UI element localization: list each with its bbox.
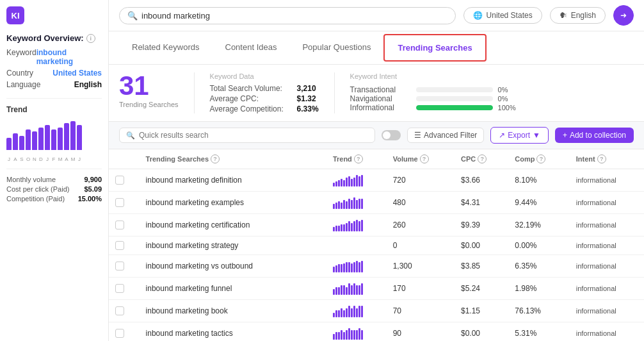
search-input[interactable] bbox=[141, 11, 447, 21]
mini-chart-bar bbox=[356, 175, 358, 187]
th-info-icon[interactable]: ? bbox=[478, 154, 487, 163]
mini-chart-bar bbox=[358, 328, 360, 340]
mini-chart-bar bbox=[343, 263, 345, 272]
mini-chart-bar bbox=[348, 262, 350, 272]
mini-chart-bar bbox=[343, 332, 345, 340]
row-keyword[interactable]: inbound marketing book bbox=[140, 300, 326, 322]
row-checkbox[interactable] bbox=[115, 220, 124, 229]
sidebar-info-icon[interactable]: i bbox=[86, 34, 95, 43]
mini-chart-bar bbox=[335, 203, 337, 209]
mini-chart-bar bbox=[356, 330, 358, 340]
tab-popular[interactable]: Popular Questions bbox=[289, 35, 383, 61]
big-number: 31 bbox=[119, 72, 179, 99]
row-keyword[interactable]: inbound marketing strategy bbox=[140, 237, 326, 255]
th-intent[interactable]: Intent? bbox=[570, 149, 644, 169]
row-keyword[interactable]: inbound marketing vs outbound bbox=[140, 255, 326, 278]
intent-bar-bg bbox=[416, 96, 493, 101]
language-value: English bbox=[74, 80, 102, 89]
mini-chart-bar bbox=[343, 224, 345, 231]
th-kw[interactable]: Trending Searches? bbox=[140, 149, 326, 169]
results-table: Trending Searches?Trend?Volume?CPC?Comp?… bbox=[109, 149, 644, 341]
chart-bar bbox=[6, 138, 12, 150]
row-cpc: $3.85 bbox=[455, 255, 508, 278]
export-btn[interactable]: ↗ Export ▼ bbox=[490, 127, 549, 144]
row-keyword[interactable]: inbound marketing tactics bbox=[140, 322, 326, 342]
mini-chart-bar bbox=[348, 328, 350, 340]
th-volume[interactable]: Volume? bbox=[387, 149, 455, 169]
chart-month-label: M bbox=[58, 156, 63, 162]
row-checkbox[interactable] bbox=[115, 262, 124, 270]
mini-chart-bar bbox=[333, 334, 335, 340]
mini-chart-bar bbox=[346, 330, 348, 340]
search-submit-btn[interactable]: ➜ bbox=[613, 5, 634, 26]
row-checkbox[interactable] bbox=[115, 284, 124, 293]
mini-chart-bar bbox=[333, 204, 335, 209]
th-cpc[interactable]: CPC? bbox=[455, 149, 508, 169]
row-trend bbox=[326, 237, 387, 255]
th-comp[interactable]: Comp? bbox=[508, 149, 569, 169]
competition-row: Competition (Paid) 15.00% bbox=[6, 195, 102, 203]
tab-related[interactable]: Related Keywords bbox=[119, 35, 213, 61]
intent-label: Navigational bbox=[350, 94, 411, 103]
row-keyword[interactable]: inbound marketing definition bbox=[140, 169, 326, 192]
trend-title: Trend bbox=[6, 105, 102, 114]
table-row: inbound marketing tactics90$0.005.31%inf… bbox=[109, 322, 644, 342]
mini-chart-bar bbox=[346, 201, 348, 209]
tab-content[interactable]: Content Ideas bbox=[213, 35, 290, 61]
row-checkbox[interactable] bbox=[115, 198, 124, 207]
country-value: United States bbox=[52, 69, 102, 78]
row-keyword[interactable]: inbound marketing funnel bbox=[140, 278, 326, 300]
search-icon: 🔍 bbox=[127, 11, 138, 21]
th-cb bbox=[109, 149, 140, 169]
trend-chart bbox=[6, 118, 102, 150]
row-intent: informational bbox=[570, 300, 644, 322]
monthly-volume-row: Monthly volume 9,900 bbox=[6, 176, 102, 183]
mini-chart-bar bbox=[348, 221, 350, 231]
keyword-value: inbound marketing bbox=[36, 48, 102, 66]
row-intent: informational bbox=[570, 192, 644, 214]
th-info-icon[interactable]: ? bbox=[211, 154, 220, 163]
mini-chart-bar bbox=[353, 283, 355, 295]
row-checkbox[interactable] bbox=[115, 176, 124, 185]
row-checkbox[interactable] bbox=[115, 306, 124, 315]
chart-month-label: F bbox=[51, 156, 56, 162]
stats-row: 31 Trending Searches Keyword Data Total … bbox=[109, 65, 644, 122]
add-collection-btn[interactable]: + Add to collection bbox=[555, 128, 634, 143]
chart-month-label: D bbox=[38, 156, 44, 162]
row-keyword[interactable]: inbound marketing examples bbox=[140, 192, 326, 214]
search-box[interactable]: 🔍 bbox=[119, 7, 456, 24]
row-intent: informational bbox=[570, 278, 644, 300]
country-btn[interactable]: 🌐 United States bbox=[463, 7, 542, 24]
row-volume: 720 bbox=[387, 169, 455, 192]
th-info-icon[interactable]: ? bbox=[420, 154, 429, 163]
intent-pct: 100% bbox=[498, 104, 517, 112]
mini-chart-bar bbox=[341, 179, 342, 187]
tab-trending[interactable]: Trending Searches bbox=[383, 34, 486, 62]
intent-label: Transactional bbox=[350, 85, 411, 94]
th-info-icon[interactable]: ? bbox=[354, 154, 363, 163]
filter-search-input[interactable] bbox=[139, 131, 368, 140]
mini-chart-bar bbox=[338, 180, 340, 187]
row-comp: 0.00% bbox=[508, 237, 569, 255]
intent-bar-bg bbox=[416, 105, 493, 110]
th-info-icon[interactable]: ? bbox=[597, 154, 606, 163]
filter-search[interactable]: 🔍 bbox=[119, 128, 375, 143]
row-comp: 8.10% bbox=[508, 169, 569, 192]
avg-comp-row: Average Competition: 6.33% bbox=[210, 104, 319, 113]
advanced-filter-btn[interactable]: ☰ Advanced Filter bbox=[407, 128, 484, 143]
mini-chart-bar bbox=[341, 308, 342, 317]
th-trend[interactable]: Trend? bbox=[326, 149, 387, 169]
mini-chart-bar bbox=[353, 221, 355, 231]
row-keyword[interactable]: inbound marketing certification bbox=[140, 214, 326, 237]
row-comp: 6.35% bbox=[508, 255, 569, 278]
toggle[interactable] bbox=[382, 130, 401, 140]
language-btn[interactable]: 🗣 English bbox=[550, 7, 606, 24]
th-info-icon[interactable]: ? bbox=[536, 154, 545, 163]
row-checkbox[interactable] bbox=[115, 241, 124, 250]
plus-icon: + bbox=[563, 131, 567, 140]
row-intent: informational bbox=[570, 169, 644, 192]
mini-chart bbox=[333, 282, 380, 295]
row-checkbox[interactable] bbox=[115, 329, 124, 338]
table-row: inbound marketing vs outbound1,300$3.856… bbox=[109, 255, 644, 278]
mini-chart-bar bbox=[361, 261, 363, 272]
